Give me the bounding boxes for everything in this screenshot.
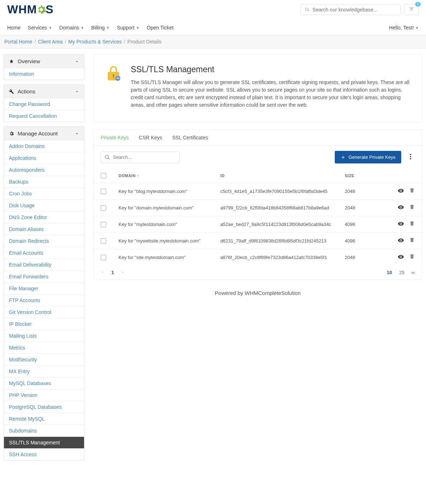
trash-icon (409, 221, 415, 226)
sidebar-item[interactable]: Disk Usage (4, 199, 84, 211)
row-checkbox[interactable] (101, 189, 106, 194)
sidebar-item[interactable]: Request Cancellation (4, 110, 84, 122)
col-size[interactable]: SIZE (345, 174, 383, 178)
sidebar-item[interactable]: Subdomains (4, 425, 84, 436)
sidebar-item[interactable]: Applications (4, 152, 84, 164)
next-page[interactable] (121, 270, 125, 275)
chevron-left-icon (101, 271, 104, 274)
delete-button[interactable] (409, 188, 415, 195)
cell-domain: Key for "mywebsite.mytestdomain.com" (119, 238, 217, 244)
sidebar-item[interactable]: Remote MySQL (4, 413, 84, 425)
table-search-input[interactable] (113, 154, 176, 160)
sidebar-item[interactable]: SSL/TLS Management (4, 436, 84, 448)
view-button[interactable] (398, 204, 404, 212)
cell-size: 2048 (345, 255, 383, 260)
delete-button[interactable] (409, 204, 415, 212)
cart-button[interactable]: 0 (404, 4, 419, 15)
sidebar-item[interactable]: DNS Zone Editor (4, 211, 84, 223)
sidebar-item[interactable]: Git Version Control (4, 306, 84, 318)
tab-csr-keys[interactable]: CSR Keys (139, 130, 162, 145)
tab-private-keys[interactable]: Private Keys (101, 130, 129, 145)
delete-button[interactable] (409, 237, 415, 245)
sidebar-item[interactable]: Addon Domains (4, 140, 84, 152)
trash-icon (409, 254, 415, 259)
nav-item-support[interactable]: Support▼ (117, 20, 139, 35)
sidebar-item[interactable]: Domain Aliases (4, 223, 84, 235)
sidebar-item[interactable]: Information (4, 68, 84, 80)
overview-header[interactable]: Overview (4, 55, 84, 68)
sidebar-item[interactable]: Mailing Lists (4, 330, 84, 342)
sidebar-item[interactable]: Email Accounts (4, 247, 84, 259)
sidebar-item[interactable]: MX Entry (4, 365, 84, 377)
kebab-menu[interactable] (406, 152, 415, 163)
generate-button[interactable]: Generate Private Keys (335, 151, 401, 163)
breadcrumb-item[interactable]: Portal Home (4, 39, 32, 45)
gear-icon (36, 5, 46, 15)
view-button[interactable] (398, 188, 404, 195)
nav-item-home[interactable]: Home (7, 20, 20, 35)
prev-page[interactable] (101, 270, 104, 275)
sidebar-item[interactable]: Change Password (4, 98, 84, 110)
cell-id: a52ae_bed27_9a9c5f114223d913f006d0e5cab9… (220, 222, 341, 227)
sidebar-item[interactable]: IP Blocker (4, 318, 84, 330)
kebab-icon (410, 154, 411, 159)
manage-header[interactable]: Manage Account (4, 127, 84, 140)
view-button[interactable] (398, 254, 404, 261)
row-checkbox[interactable] (101, 255, 106, 260)
sidebar-item[interactable]: Cron Jobs (4, 188, 84, 199)
page-size-option[interactable]: ∞ (412, 270, 415, 275)
nav-item-open-ticket[interactable]: Open Ticket (147, 20, 173, 35)
cell-id: a876f_20ecb_c2c8f89fe7323d86a412afc70338… (220, 255, 341, 260)
delete-button[interactable] (409, 254, 415, 261)
breadcrumb-item[interactable]: Client Area (38, 39, 62, 45)
search-input[interactable] (312, 7, 396, 13)
view-button[interactable] (398, 237, 404, 245)
table-search[interactable] (101, 152, 180, 163)
sidebar-item[interactable]: MySQL Databases (4, 377, 84, 389)
sidebar-item[interactable]: FTP Accounts (4, 294, 84, 306)
tab-ssl-certificates[interactable]: SSL Certificates (172, 130, 208, 145)
sidebar-item[interactable]: SSH Access (4, 448, 84, 460)
col-id[interactable]: ID (220, 174, 341, 178)
star-icon (9, 59, 14, 64)
search-box[interactable] (300, 4, 401, 15)
sidebar-item[interactable]: Email Forwarders (4, 271, 84, 282)
gear-icon (9, 131, 14, 136)
chevron-up-icon (75, 131, 79, 136)
table-row: Key for "domain.mytestdomain.com" a9799_… (93, 199, 422, 216)
logo[interactable]: WHM S (7, 3, 54, 16)
table-row: Key for "mytestdomain.com" a52ae_bed27_9… (93, 216, 422, 232)
sidebar-item[interactable]: Autoresponders (4, 164, 84, 176)
logo-text-right: S (46, 3, 54, 16)
delete-button[interactable] (409, 221, 415, 228)
breadcrumb-item: Product Details (128, 39, 162, 45)
sidebar-item[interactable]: Metrics (4, 342, 84, 353)
nav-item-services[interactable]: Services▼ (28, 20, 52, 35)
sidebar-item[interactable]: ModSecurity (4, 353, 84, 365)
row-checkbox[interactable] (101, 205, 106, 211)
user-menu[interactable]: Hello, Test! ▼ (389, 20, 419, 35)
caret-down-icon: ▼ (136, 26, 139, 30)
row-checkbox[interactable] (101, 238, 106, 244)
cell-size: 2048 (345, 189, 383, 194)
breadcrumb-item[interactable]: My Products & Services (68, 39, 122, 45)
select-all-checkbox[interactable] (101, 173, 106, 179)
trash-icon (409, 188, 415, 193)
sidebar-item[interactable]: Backups (4, 176, 84, 188)
page-size-option[interactable]: 25 (399, 270, 404, 275)
sidebar-item[interactable]: PostgreSQL Databases (4, 401, 84, 413)
sidebar-item[interactable]: File Manager (4, 282, 84, 294)
sidebar-item[interactable]: Email Deliverability (4, 259, 84, 271)
cell-id: a9799_f22cb_62f0fda418b84358f68ab817b8a9… (220, 205, 341, 211)
col-domain[interactable]: DOMAIN ↑ (119, 174, 217, 178)
view-button[interactable] (398, 221, 404, 228)
actions-header[interactable]: Actions (4, 85, 84, 98)
actions-panel: Actions Change PasswordRequest Cancellat… (4, 84, 84, 122)
nav-item-billing[interactable]: Billing▼ (91, 20, 110, 35)
row-checkbox[interactable] (101, 222, 106, 227)
sidebar-item[interactable]: Domain Redirects (4, 235, 84, 247)
nav-item-domains[interactable]: Domains▼ (59, 20, 84, 35)
sidebar-item[interactable]: PHP Version (4, 389, 84, 401)
page-current[interactable]: 1 (111, 270, 114, 275)
page-size-option[interactable]: 10 (387, 270, 392, 275)
